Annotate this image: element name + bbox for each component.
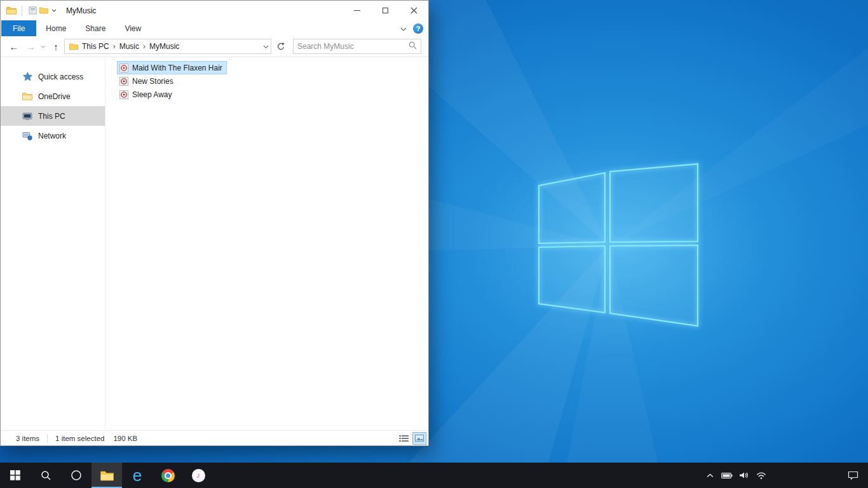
app-folder-icon[interactable] — [6, 5, 17, 17]
taskbar: e ♪ — [0, 463, 868, 488]
status-selection: 1 item selected — [55, 435, 104, 442]
search-icon — [41, 470, 51, 481]
qat-properties-icon[interactable] — [27, 5, 38, 17]
music-file-icon — [119, 63, 129, 73]
breadcrumb-music[interactable]: Music — [116, 42, 142, 51]
tab-home[interactable]: Home — [36, 20, 76, 36]
address-bar[interactable]: This PC Music MyMusic — [64, 39, 271, 54]
taskbar-search-button[interactable] — [31, 463, 61, 488]
qat-new-folder-icon[interactable] — [38, 5, 50, 17]
internet-explorer-icon: e — [133, 463, 142, 487]
ribbon-expand-chevron-icon[interactable] — [400, 24, 407, 33]
back-button[interactable] — [6, 41, 22, 52]
action-center-icon — [848, 470, 858, 480]
status-bar: 3 items 1 item selected 190 KB — [1, 430, 428, 445]
battery-icon[interactable] — [721, 463, 733, 488]
tab-view[interactable]: View — [115, 20, 151, 36]
network-icon — [22, 131, 32, 141]
onedrive-folder-icon — [22, 92, 32, 102]
music-file-icon — [119, 76, 129, 86]
sidebar-label-network: Network — [38, 132, 66, 140]
minimize-button[interactable] — [342, 1, 371, 20]
window-title: MyMusic — [66, 6, 96, 15]
file-explorer-icon — [100, 470, 114, 481]
sidebar-item-onedrive[interactable]: OneDrive — [1, 86, 105, 106]
address-dropdown-chevron-icon[interactable] — [263, 42, 269, 51]
breadcrumb-this-pc[interactable]: This PC — [79, 42, 112, 51]
windows-logo-icon — [10, 470, 20, 480]
taskbar-file-explorer-button[interactable] — [92, 463, 122, 488]
sidebar-label-onedrive: OneDrive — [38, 92, 71, 101]
tab-share[interactable]: Share — [76, 20, 115, 36]
search-box[interactable] — [293, 39, 421, 54]
file-item-new-stories[interactable]: New Stories — [117, 74, 178, 88]
taskbar-ie-button[interactable]: e — [122, 463, 153, 488]
status-selection-size: 190 KB — [113, 435, 137, 442]
maximize-button[interactable] — [371, 1, 400, 20]
cortana-button[interactable] — [61, 463, 92, 488]
details-view-icon — [399, 435, 409, 442]
recent-locations-chevron-icon[interactable] — [39, 45, 48, 48]
this-pc-icon — [22, 111, 32, 121]
titlebar-separator — [22, 6, 22, 16]
navigation-toolbar: This PC Music MyMusic — [1, 36, 428, 57]
music-file-icon — [119, 90, 129, 100]
qat-dropdown-chevron-icon[interactable] — [50, 9, 58, 12]
sidebar-item-this-pc[interactable]: This PC — [1, 106, 105, 126]
close-icon — [410, 7, 417, 14]
titlebar[interactable]: MyMusic — [1, 1, 428, 20]
forward-button[interactable] — [22, 41, 39, 52]
large-icons-view-button[interactable] — [412, 432, 426, 445]
sidebar-label-quick-access: Quick access — [38, 72, 83, 81]
file-item-maid-with-the-flaxen-hair[interactable]: Maid With The Flaxen Hair — [117, 61, 227, 74]
navigation-pane: Quick access OneDrive This PC — [1, 57, 105, 430]
file-name: Sleep Away — [132, 90, 172, 99]
up-button[interactable] — [48, 41, 64, 52]
chrome-icon — [161, 469, 175, 482]
desktop[interactable]: MyMusic File Home Share View ? — [0, 0, 868, 488]
cortana-circle-icon — [71, 470, 82, 481]
tray-chevron-up-icon[interactable] — [703, 463, 716, 488]
start-button[interactable] — [0, 463, 31, 488]
close-button[interactable] — [400, 1, 428, 20]
tab-file[interactable]: File — [1, 20, 36, 36]
breadcrumb-mymusic[interactable]: MyMusic — [146, 42, 182, 51]
taskbar-itunes-button[interactable]: ♪ — [183, 463, 214, 488]
refresh-icon — [276, 42, 285, 51]
refresh-button[interactable] — [273, 39, 288, 54]
action-center-button[interactable] — [841, 463, 864, 488]
wifi-icon[interactable] — [755, 463, 768, 488]
search-icon — [409, 41, 417, 51]
volume-icon[interactable] — [738, 463, 750, 488]
large-icons-view-icon — [415, 435, 424, 442]
itunes-icon: ♪ — [192, 469, 205, 482]
file-explorer-window: MyMusic File Home Share View ? — [0, 0, 429, 446]
ribbon-tabs: File Home Share View ? — [1, 20, 428, 36]
file-name: New Stories — [132, 77, 173, 86]
status-divider — [47, 434, 48, 443]
sidebar-item-network[interactable]: Network — [1, 126, 105, 146]
quick-access-star-icon — [22, 72, 32, 82]
taskbar-chrome-button[interactable] — [153, 463, 183, 488]
search-input[interactable] — [297, 42, 409, 51]
minimize-icon — [354, 10, 360, 11]
sidebar-item-quick-access[interactable]: Quick access — [1, 67, 105, 86]
status-item-count: 3 items — [16, 435, 39, 442]
maximize-icon — [383, 8, 388, 13]
system-tray — [703, 463, 768, 488]
sidebar-label-this-pc: This PC — [38, 112, 65, 121]
details-view-button[interactable] — [397, 432, 410, 445]
file-list[interactable]: Maid With The Flaxen Hair New Stories Sl… — [105, 57, 428, 430]
file-item-sleep-away[interactable]: Sleep Away — [117, 88, 177, 101]
help-button[interactable]: ? — [413, 24, 423, 34]
file-name: Maid With The Flaxen Hair — [132, 64, 222, 72]
address-folder-icon — [69, 41, 79, 51]
